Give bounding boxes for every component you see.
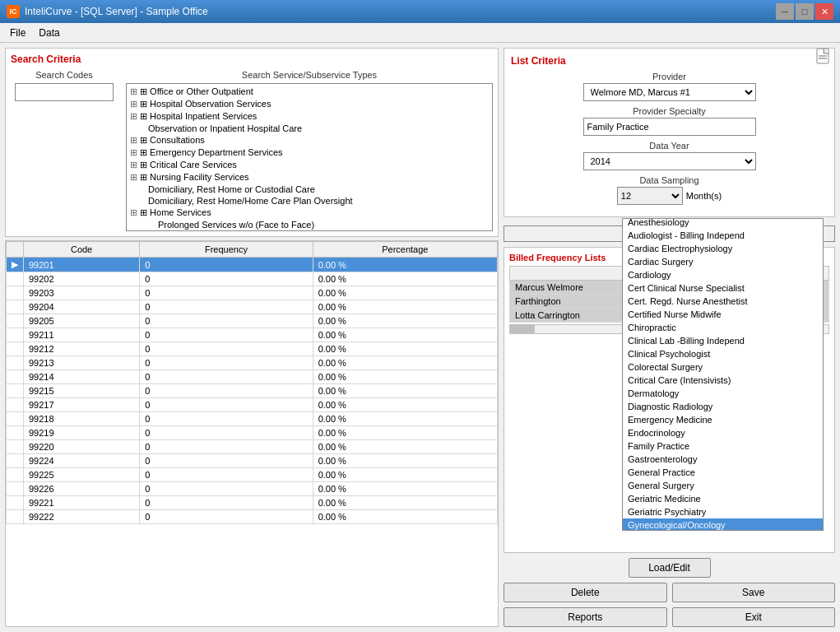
row-indicator [7, 412, 24, 426]
tree-item[interactable]: ⊞ Hospital Inpatient Services [128, 110, 490, 123]
row-frequency: 0 [140, 482, 313, 496]
table-row[interactable]: 9921300.00 % [7, 356, 498, 370]
provider-select[interactable]: Welmore MD, Marcus #1 [583, 83, 756, 101]
dropdown-item[interactable]: Clinical Psychologist [623, 347, 823, 360]
table-row[interactable]: 9921500.00 % [7, 384, 498, 398]
tree-item[interactable]: Prolonged Services w/o (Face to Face) [128, 219, 490, 230]
tree-item[interactable]: ⊞ Nursing Facility Services [128, 171, 490, 184]
table-row[interactable]: 9921900.00 % [7, 426, 498, 440]
load-edit-button[interactable]: Load/Edit [629, 558, 711, 578]
table-row[interactable]: 9921700.00 % [7, 398, 498, 412]
dropdown-item[interactable]: Dermatology [623, 387, 823, 400]
specialty-input[interactable] [583, 118, 756, 136]
table-row[interactable]: 9921200.00 % [7, 342, 498, 356]
tree-item[interactable]: Observation or Inpatient Hospital Care [128, 123, 490, 134]
table-row[interactable]: 9921400.00 % [7, 370, 498, 384]
table-row[interactable]: 9921100.00 % [7, 328, 498, 342]
col-frequency: Frequency [140, 242, 313, 258]
dropdown-item[interactable]: Family Practice [623, 439, 823, 453]
row-frequency: 0 [140, 342, 313, 356]
row-indicator [7, 468, 24, 482]
tree-item[interactable]: Domiciliary, Rest Home or Custodial Care [128, 184, 490, 195]
row-percentage: 0.00 % [313, 440, 497, 454]
list-criteria-title: List Criteria [511, 55, 828, 67]
dropdown-item[interactable]: Colorectal Surgery [623, 360, 823, 374]
dropdown-item[interactable]: General Practice [623, 466, 823, 479]
dropdown-item[interactable]: Gynecological/Oncology [623, 518, 823, 531]
dropdown-item[interactable]: Audiologist - Billing Independ [623, 229, 823, 242]
dropdown-item[interactable]: Endocrinology [623, 426, 823, 439]
reports-button[interactable]: Reports [504, 607, 667, 627]
row-frequency: 0 [140, 356, 313, 370]
tree-item[interactable]: ⊞ Emergency Department Services [128, 146, 490, 159]
dropdown-item[interactable]: Emergency Medicine [623, 413, 823, 426]
tree-item[interactable]: ⊞ Hospital Observation Services [128, 98, 490, 110]
maximize-button[interactable]: □ [796, 3, 814, 20]
file-menu[interactable]: File [3, 26, 32, 40]
table-row[interactable]: 9922200.00 % [7, 510, 498, 524]
minimize-button[interactable]: ─ [776, 3, 794, 20]
row-indicator [7, 384, 24, 398]
dropdown-item[interactable]: Cert. Regd. Nurse Anesthetist [623, 295, 823, 308]
save-button[interactable]: Save [672, 583, 836, 602]
table-row[interactable]: 9922100.00 % [7, 496, 498, 510]
tree-item[interactable]: ⊞ Office or Other Outpatient [128, 86, 490, 98]
data-table-section: Code Frequency Percentage ▶9920100.00 %9… [5, 240, 499, 627]
row-percentage: 0.00 % [313, 314, 497, 328]
dropdown-item[interactable]: Cardiac Surgery [623, 255, 823, 268]
dropdown-item[interactable]: Geriatric Medicine [623, 492, 823, 505]
row-indicator [7, 272, 24, 286]
dropdown-item[interactable]: Critical Care (Intensivists) [623, 374, 823, 387]
row-code: 99202 [24, 272, 140, 286]
row-frequency: 0 [140, 286, 313, 300]
year-label: Data Year [649, 141, 689, 151]
provider-label: Provider [652, 72, 686, 81]
row-code: 99225 [24, 468, 140, 482]
row-frequency: 0 [140, 468, 313, 482]
dropdown-item[interactable]: Clinical Lab -Billing Independ [623, 334, 823, 347]
dropdown-item[interactable]: Cardiology [623, 268, 823, 281]
table-row[interactable]: ▶9920100.00 % [7, 258, 498, 272]
row-code: 99221 [24, 496, 140, 510]
specialty-dropdown[interactable]: Addiction MedicineAll other suppliersAll… [622, 218, 824, 531]
dropdown-item[interactable]: Chiropractic [623, 321, 823, 334]
dropdown-item[interactable]: Certified Nurse Midwife [623, 308, 823, 321]
search-codes-input[interactable] [15, 83, 114, 101]
tree-item[interactable]: ⊞ Home Services [128, 207, 490, 219]
tree-item[interactable]: Domiciliary, Rest Home/Home Care Plan Ov… [128, 195, 490, 207]
dropdown-item[interactable]: Cardiac Electrophysiology [623, 242, 823, 255]
dropdown-item[interactable]: Cert Clinical Nurse Specialist [623, 281, 823, 295]
table-row[interactable]: 9922400.00 % [7, 454, 498, 468]
dropdown-item[interactable]: Geriatric Psychiatry [623, 505, 823, 518]
row-code: 99217 [24, 398, 140, 412]
table-row[interactable]: 9921800.00 % [7, 412, 498, 426]
delete-button[interactable]: Delete [504, 583, 667, 602]
dropdown-item[interactable]: Anesthesiology [623, 218, 823, 229]
year-select[interactable]: 2014 [583, 152, 756, 170]
exit-button[interactable]: Exit [672, 607, 836, 627]
specialty-label: Provider Specialty [633, 106, 706, 116]
table-row[interactable]: 9922600.00 % [7, 482, 498, 496]
row-percentage: 0.00 % [313, 300, 497, 314]
table-row[interactable]: 9920500.00 % [7, 314, 498, 328]
table-row[interactable]: 9920400.00 % [7, 300, 498, 314]
table-row[interactable]: 9920300.00 % [7, 286, 498, 300]
row-indicator [7, 300, 24, 314]
table-row[interactable]: 9922000.00 % [7, 440, 498, 454]
service-tree[interactable]: ⊞ Office or Other Outpatient⊞ Hospital O… [126, 83, 493, 231]
data-menu[interactable]: Data [32, 26, 66, 40]
dropdown-item[interactable]: Gastroenterology [623, 453, 823, 466]
service-types-label: Search Service/Subservice Types [126, 70, 493, 80]
table-row[interactable]: 9920200.00 % [7, 272, 498, 286]
dropdown-item[interactable]: Diagnostic Radiology [623, 400, 823, 413]
tree-item[interactable]: ⊞ Consultations [128, 134, 490, 146]
sampling-select[interactable]: 12 [617, 187, 683, 205]
table-row[interactable]: 9922500.00 % [7, 468, 498, 482]
close-button[interactable]: ✕ [815, 3, 833, 20]
data-table-wrapper[interactable]: Code Frequency Percentage ▶9920100.00 %9… [6, 241, 498, 626]
dropdown-item[interactable]: General Surgery [623, 479, 823, 492]
row-percentage: 0.00 % [313, 328, 497, 342]
new-doc-icon[interactable] [815, 48, 832, 66]
search-criteria-section: Search Criteria Search Codes Search Serv… [5, 48, 499, 237]
tree-item[interactable]: ⊞ Critical Care Services [128, 159, 490, 171]
